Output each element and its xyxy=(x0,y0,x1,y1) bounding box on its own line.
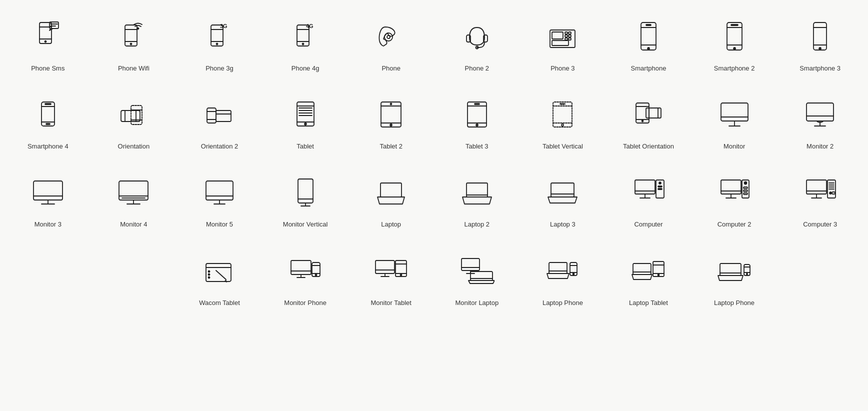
icon-tablet: Tablet xyxy=(262,88,348,166)
icon-monitor-4: Monitor 4 xyxy=(91,166,177,244)
svg-rect-141 xyxy=(744,187,748,188)
icon-monitor-laptop: Monitor Laptop xyxy=(434,244,520,322)
label-smartphone-3: Smartphone 3 xyxy=(800,64,840,73)
label-orientation-2: Orientation 2 xyxy=(201,142,238,151)
label-monitor-3: Monitor 3 xyxy=(34,220,62,229)
svg-rect-29 xyxy=(565,32,568,34)
row-1: Phone Sms Phone Wifi 3G Phone 3g xyxy=(5,10,863,88)
label-laptop-3: Laptop 3 xyxy=(550,220,576,229)
icon-smartphone: Smartphone xyxy=(606,10,692,88)
svg-point-176 xyxy=(400,274,402,276)
icon-orientation: Orientation xyxy=(91,88,177,166)
icon-tablet-3: Tablet 3 xyxy=(434,88,520,166)
label-monitor: Monitor xyxy=(724,142,745,151)
row-2: Smartphone 4 Orientation Orientation 2 xyxy=(5,88,863,166)
svg-point-11 xyxy=(138,28,139,30)
icon-phone-3g: 3G Phone 3g xyxy=(176,10,262,88)
svg-rect-134 xyxy=(658,188,662,190)
svg-rect-33 xyxy=(565,38,568,40)
svg-rect-189 xyxy=(633,264,651,274)
svg-point-49 xyxy=(819,48,821,50)
svg-rect-64 xyxy=(216,110,231,122)
label-computer-2: Computer 2 xyxy=(718,220,752,229)
label-phone-4g: Phone 4g xyxy=(292,64,320,73)
svg-rect-61 xyxy=(207,108,216,123)
svg-rect-195 xyxy=(720,264,741,276)
label-phone: Phone xyxy=(382,64,400,73)
svg-point-77 xyxy=(390,124,392,126)
svg-rect-88 xyxy=(560,104,565,104)
icon-phone-4g: 4G Phone 4g xyxy=(262,10,348,88)
icon-laptop-phone-2: Laptop Phone xyxy=(692,244,778,322)
label-monitor-5: Monitor 5 xyxy=(206,220,233,229)
svg-rect-36 xyxy=(641,22,656,50)
label-phone-3g: Phone 3g xyxy=(206,64,234,73)
icon-monitor-3: Monitor 3 xyxy=(5,166,91,244)
svg-rect-40 xyxy=(646,24,651,26)
svg-rect-125 xyxy=(551,183,574,197)
svg-point-159 xyxy=(208,274,210,275)
svg-rect-34 xyxy=(568,38,571,40)
label-tablet-3: Tablet 3 xyxy=(466,142,488,151)
svg-text:3G: 3G xyxy=(220,23,228,29)
svg-rect-31 xyxy=(565,35,568,37)
svg-point-39 xyxy=(648,48,650,50)
svg-rect-54 xyxy=(45,104,51,104)
svg-point-10 xyxy=(130,44,132,45)
svg-rect-30 xyxy=(568,32,571,34)
icon-monitor-2: Monitor 2 xyxy=(777,88,863,166)
label-monitor-vertical: Monitor Vertical xyxy=(283,220,328,229)
svg-point-188 xyxy=(573,273,574,274)
label-monitor-laptop: Monitor Laptop xyxy=(455,298,498,308)
icon-computer-2: Computer 2 xyxy=(692,166,778,244)
icon-laptop: Laptop xyxy=(348,166,434,244)
svg-rect-35 xyxy=(552,40,568,46)
svg-rect-41 xyxy=(727,22,742,50)
label-wacom-tablet: Wacom Tablet xyxy=(199,298,240,308)
icon-orientation-2: Orientation 2 xyxy=(176,88,262,166)
label-laptop: Laptop xyxy=(381,220,401,229)
svg-rect-93 xyxy=(646,108,661,118)
svg-point-200 xyxy=(746,273,747,274)
label-laptop-2: Laptop 2 xyxy=(464,220,490,229)
icon-phone-2: Phone 2 xyxy=(434,10,520,88)
label-monitor-4: Monitor 4 xyxy=(120,220,147,229)
label-monitor-tablet: Monitor Tablet xyxy=(370,298,411,308)
label-phone-wifi: Phone Wifi xyxy=(118,64,150,73)
svg-rect-32 xyxy=(568,35,571,37)
svg-point-82 xyxy=(476,124,478,126)
icon-monitor-vertical: Monitor Vertical xyxy=(262,166,348,244)
label-tablet: Tablet xyxy=(296,142,314,151)
svg-rect-100 xyxy=(806,103,834,121)
icon-phone-3: Phone 3 xyxy=(520,10,606,88)
svg-point-73 xyxy=(304,123,306,125)
svg-rect-45 xyxy=(731,24,738,26)
svg-rect-169 xyxy=(376,260,394,274)
label-phone-3: Phone 3 xyxy=(550,64,574,73)
svg-rect-103 xyxy=(34,181,62,200)
label-smartphone-2: Smartphone 2 xyxy=(714,64,755,73)
label-laptop-phone-2: Laptop Phone xyxy=(714,298,754,308)
icon-laptop-phone: Laptop Phone xyxy=(520,244,606,322)
label-computer-3: Computer 3 xyxy=(803,220,837,229)
svg-point-160 xyxy=(208,276,210,278)
icon-monitor-phone: Monitor Phone xyxy=(262,244,348,322)
icon-tablet-2: Tablet 2 xyxy=(348,88,434,166)
label-laptop-phone: Laptop Phone xyxy=(542,298,583,308)
label-phone-2: Phone 2 xyxy=(465,64,489,73)
svg-point-194 xyxy=(658,274,659,276)
icon-phone-sms: Phone Sms xyxy=(5,10,91,88)
icon-monitor-5: Monitor 5 xyxy=(176,166,262,244)
icon-wacom-tablet: Wacom Tablet xyxy=(176,244,262,322)
svg-rect-144 xyxy=(806,180,826,194)
row-4: Wacom Tablet Monitor Phone xyxy=(5,244,863,322)
label-smartphone-4: Smartphone 4 xyxy=(28,142,68,151)
svg-rect-177 xyxy=(462,258,480,270)
svg-point-158 xyxy=(208,270,210,272)
svg-rect-154 xyxy=(832,192,835,194)
icon-tablet-orientation: Tablet Orientation xyxy=(606,88,692,166)
label-tablet-orientation: Tablet Orientation xyxy=(623,142,674,151)
label-tablet-2: Tablet 2 xyxy=(380,142,402,151)
label-laptop-tablet: Laptop Tablet xyxy=(629,298,668,308)
row-3: Monitor 3 Monitor 4 Monitor 5 Monitor Ve xyxy=(5,166,863,244)
